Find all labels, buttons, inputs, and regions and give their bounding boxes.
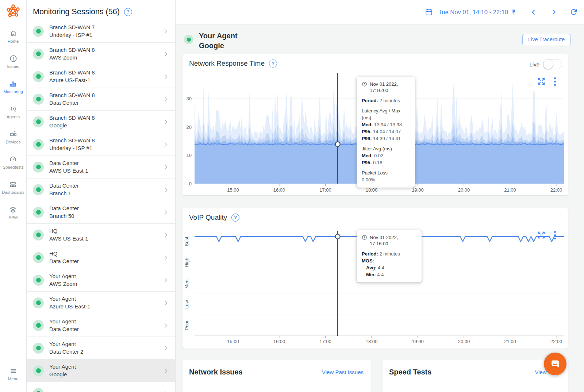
sidebar-item-devices[interactable]: Devices <box>6 130 21 144</box>
sessions-panel: Monitoring Sessions (56) ? Branch SD-WAN… <box>26 0 176 392</box>
session-row[interactable]: Branch SD-WAN 8 Underlay - ISP #1 <box>26 133 175 156</box>
session-text: Data Center AWS US-East-1 <box>49 160 162 174</box>
chat-launcher[interactable] <box>544 353 566 375</box>
session-target: AWS Zoom <box>49 280 162 288</box>
session-target: Google <box>49 122 162 130</box>
status-dot <box>33 94 44 105</box>
sidebar-item-agents[interactable]: Agents <box>7 105 20 119</box>
kebab-menu-icon[interactable] <box>553 77 557 87</box>
issues-icon <box>9 54 18 63</box>
session-text: Branch SD-WAN 8 Data Center <box>49 92 162 107</box>
sidebar-item-menu[interactable]: Menu <box>0 367 26 381</box>
session-text: Branch SD-WAN 7 Underlay - ISP #1 <box>49 24 162 39</box>
refresh-icon[interactable] <box>569 8 578 16</box>
pin-icon[interactable] <box>511 9 517 15</box>
session-row[interactable]: Branch SD-WAN 8 AWS Zoom <box>26 43 175 65</box>
chevron-right-icon <box>162 367 169 374</box>
status-dot <box>33 116 44 127</box>
status-dot-inner <box>36 323 41 328</box>
help-icon[interactable]: ? <box>269 59 277 68</box>
svg-text:17:00: 17:00 <box>319 339 331 344</box>
svg-text:21:00: 21:00 <box>504 187 516 193</box>
next-interval-icon[interactable] <box>550 9 557 16</box>
svg-text:15:00: 15:00 <box>227 339 239 344</box>
svg-text:20:00: 20:00 <box>458 187 470 193</box>
chevron-right-icon <box>162 141 169 148</box>
status-dot <box>33 388 44 392</box>
session-text: Branch SD-WAN 8 Underlay - ISP #1 <box>49 137 162 152</box>
agent-name: Your Agent <box>199 31 238 41</box>
chart-tooltip: Nov 01 2022, 17:16:00 Period: 2 minutes … <box>357 230 422 283</box>
sidebar-item-home[interactable]: Home <box>8 29 19 43</box>
live-label: Live <box>529 61 539 68</box>
svg-text:Low: Low <box>184 300 189 308</box>
session-row[interactable]: Your Agent Azure US-East-1 <box>26 292 175 314</box>
sidebar-item-dashboards[interactable]: Dashboards <box>2 180 24 195</box>
session-row[interactable]: Your Agent Data Center <box>26 314 175 337</box>
svg-text:22:00: 22:00 <box>550 339 562 344</box>
session-text: Your Agent Azure US-East-1 <box>49 295 162 310</box>
expand-icon[interactable] <box>537 77 545 85</box>
sidebar-item-apm[interactable]: APM <box>9 205 18 220</box>
chevron-right-icon <box>162 186 169 193</box>
session-text: Branch SD-WAN 8 Google <box>49 114 162 129</box>
sessions-scroll[interactable]: Branch SD-WAN 7 Underlay - ISP #1 Branch… <box>26 24 175 392</box>
session-target: Azure US-East-1 <box>49 77 162 84</box>
session-name: HQ <box>49 250 162 258</box>
status-dot <box>33 49 44 59</box>
sidebar-item-speedtests[interactable]: Speedtests <box>3 155 24 169</box>
brand-logo-icon[interactable] <box>5 3 21 19</box>
sidebar-item-monitoring[interactable]: Monitoring <box>3 80 23 94</box>
status-dot <box>33 297 44 308</box>
session-text: Branch SD-WAN 8 Azure US-East-1 <box>49 69 162 84</box>
session-name: Branch SD-WAN 7 <box>49 24 162 31</box>
chevron-right-icon <box>162 118 169 126</box>
session-row[interactable]: HQ AWS US-East-1 <box>26 224 175 246</box>
session-text: HQ Data Center <box>49 250 162 265</box>
tooltip-timestamp: Nov 01 2022, 17:16:00 <box>362 234 416 247</box>
expand-icon[interactable] <box>537 231 545 239</box>
status-dot-inner <box>36 368 41 373</box>
session-row[interactable]: Branch SD-WAN 8 Azure US-East-1 <box>26 65 175 88</box>
svg-text:20:00: 20:00 <box>458 339 470 344</box>
clock-icon <box>362 81 367 87</box>
session-row[interactable]: Branch SD-WAN 8 Google <box>26 111 175 133</box>
menu-icon <box>9 367 18 375</box>
session-name: Your Agent <box>49 363 162 371</box>
session-name: Your Agent <box>49 295 162 303</box>
help-icon[interactable]: ? <box>231 214 239 222</box>
kebab-menu-icon[interactable] <box>553 230 557 240</box>
sidebar-item-issues[interactable]: Issues <box>7 54 19 69</box>
tooltip-jitter-header: Jitter Avg (ms) <box>362 145 410 152</box>
status-dot-inner <box>36 165 41 169</box>
session-row[interactable]: Your Agent Data Center 2 <box>26 337 175 360</box>
session-name: Data Center <box>49 160 162 167</box>
speed-tests-title: Speed Tests <box>389 368 431 376</box>
svg-text:19:00: 19:00 <box>412 187 424 193</box>
prev-interval-icon[interactable] <box>530 9 537 16</box>
live-traceroute-button[interactable]: Live Traceroute <box>522 34 570 45</box>
session-row[interactable]: Data Center Branch 50 <box>26 201 175 224</box>
session-row[interactable]: Your Agent Google <box>26 360 175 382</box>
calendar-icon[interactable] <box>425 8 433 16</box>
session-row[interactable]: Branch SD-WAN 8 Data Center <box>26 88 175 111</box>
status-dot <box>33 162 44 173</box>
session-row[interactable] <box>26 382 175 392</box>
session-row[interactable]: Data Center AWS US-East-1 <box>26 156 175 178</box>
tooltip-period: Period: 2 minutes <box>362 97 410 104</box>
voip-quality-card: BestHighMed.LowPoor15:0016:0017:0018:001… <box>182 208 568 349</box>
session-row[interactable]: Branch SD-WAN 7 Underlay - ISP #1 <box>26 24 175 43</box>
session-row[interactable]: Your Agent AWS Zoom <box>26 269 175 292</box>
session-row[interactable]: HQ Data Center <box>26 246 175 269</box>
view-past-issues-link[interactable]: View Past Issues <box>322 369 364 375</box>
sidebar-item-label: Devices <box>6 140 21 144</box>
status-dot-inner <box>36 278 41 283</box>
help-icon[interactable]: ? <box>124 8 132 16</box>
status-dot-inner <box>36 29 41 34</box>
status-dot <box>33 26 44 37</box>
dashboards-icon <box>9 180 17 189</box>
live-toggle[interactable] <box>543 59 562 69</box>
date-range[interactable]: Tue Nov 01, 14:10 - 22:10 <box>438 9 508 16</box>
agents-icon <box>9 105 18 113</box>
session-row[interactable]: Data Center Branch 1 <box>26 178 175 201</box>
